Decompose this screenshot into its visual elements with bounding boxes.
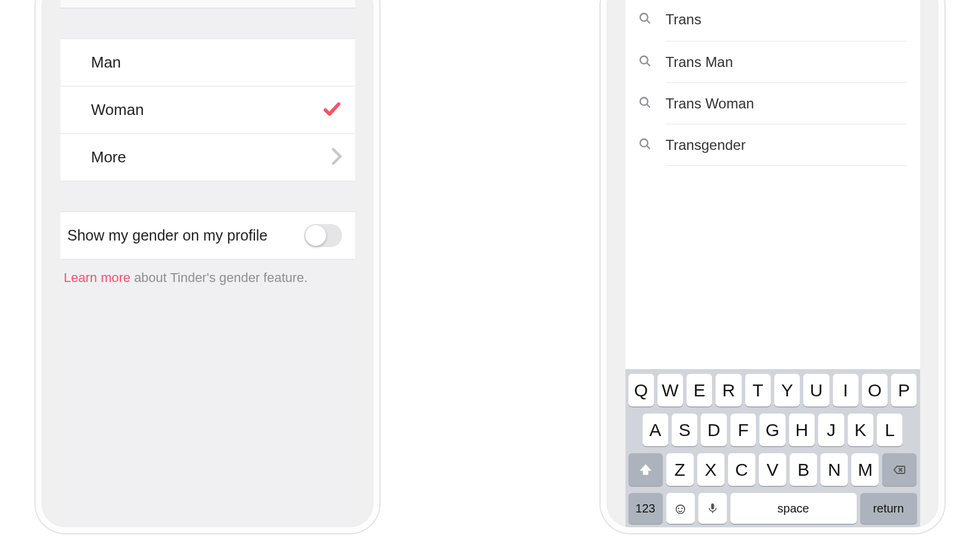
key-b[interactable]: B	[790, 453, 817, 486]
option-woman[interactable]: Woman	[60, 87, 355, 134]
return-key[interactable]: return	[860, 493, 917, 524]
phone-right: Cancel Trans Trans Man Trans Woman Tra	[601, 0, 944, 533]
space-key[interactable]: space	[730, 493, 857, 524]
key-o[interactable]: O	[862, 374, 888, 406]
search-icon	[639, 137, 652, 153]
search-result[interactable]: Trans Woman	[625, 83, 920, 124]
search-icon	[639, 12, 652, 27]
key-f[interactable]: F	[730, 414, 756, 446]
footer-rest: about Tinder's gender feature.	[130, 270, 308, 285]
search-result[interactable]: Trans Man	[625, 41, 920, 83]
screen-left: I Am Done Man Woman More S	[60, 0, 355, 527]
kb-row-2: A S D F G H J K L	[628, 414, 917, 446]
toggle-knob	[305, 225, 326, 246]
key-j[interactable]: J	[818, 414, 844, 446]
svg-point-4	[640, 56, 647, 64]
key-n[interactable]: N	[821, 453, 848, 486]
phone-left: I Am Done Man Woman More S	[36, 0, 379, 533]
key-v[interactable]: V	[759, 453, 786, 486]
key-d[interactable]: D	[701, 414, 726, 446]
kb-row-3: Z X C V B N M	[628, 453, 917, 486]
show-gender-row: Show my gender on my profile	[60, 212, 355, 260]
key-h[interactable]: H	[789, 414, 815, 446]
option-label: More	[91, 148, 126, 166]
mic-key[interactable]	[698, 493, 727, 524]
result-label: Trans Woman	[666, 95, 754, 112]
keyboard: Q W E R T Y U I O P A S D F G H	[625, 369, 920, 527]
svg-point-6	[640, 98, 647, 105]
key-w[interactable]: W	[657, 374, 683, 406]
search-icon	[639, 55, 652, 70]
learn-more-link[interactable]: Learn more	[64, 270, 131, 285]
key-q[interactable]: Q	[628, 374, 654, 406]
section-spacer	[60, 181, 355, 212]
search-icon	[639, 96, 652, 111]
section-spacer	[60, 8, 355, 39]
numbers-key[interactable]: 123	[628, 493, 663, 524]
option-more[interactable]: More	[60, 134, 355, 181]
kb-row-4: 123 ☺ space return	[628, 493, 917, 524]
key-x[interactable]: X	[697, 453, 724, 486]
footer-note: Learn more about Tinder's gender feature…	[60, 260, 355, 296]
key-t[interactable]: T	[745, 374, 771, 406]
key-i[interactable]: I	[833, 374, 858, 406]
key-r[interactable]: R	[716, 374, 741, 406]
key-l[interactable]: L	[877, 414, 902, 446]
kb-row-1: Q W E R T Y U I O P	[628, 374, 917, 406]
device-frame: I Am Done Man Woman More S	[36, 0, 379, 533]
key-u[interactable]: U	[803, 374, 829, 406]
key-p[interactable]: P	[891, 374, 917, 406]
key-e[interactable]: E	[687, 374, 712, 406]
option-label: Man	[91, 53, 122, 72]
svg-line-7	[646, 104, 650, 108]
result-label: Trans	[666, 11, 701, 28]
key-a[interactable]: A	[643, 414, 668, 446]
shift-key[interactable]	[628, 453, 663, 486]
show-gender-toggle[interactable]	[304, 224, 342, 247]
result-label: Transgender	[666, 137, 746, 153]
key-g[interactable]: G	[759, 414, 785, 446]
search-result[interactable]: Trans	[625, 0, 920, 41]
option-man[interactable]: Man	[60, 39, 355, 87]
key-s[interactable]: S	[672, 414, 697, 446]
checkmark-icon	[322, 99, 342, 121]
key-k[interactable]: K	[848, 414, 873, 446]
svg-point-2	[640, 14, 647, 21]
screen-right: Cancel Trans Trans Man Trans Woman Tra	[625, 0, 920, 527]
key-z[interactable]: Z	[666, 453, 694, 486]
backspace-key[interactable]	[882, 453, 917, 486]
result-label: Trans Man	[666, 54, 733, 71]
toggle-label: Show my gender on my profile	[68, 227, 268, 244]
option-label: Woman	[91, 101, 144, 119]
search-result[interactable]: Transgender	[625, 124, 920, 166]
chevron-right-icon	[331, 148, 342, 168]
key-m[interactable]: M	[851, 453, 879, 486]
key-y[interactable]: Y	[774, 374, 800, 406]
key-c[interactable]: C	[728, 453, 755, 486]
search-results: Trans Trans Man Trans Woman Transgender	[625, 0, 920, 166]
svg-line-5	[646, 63, 650, 66]
emoji-key[interactable]: ☺	[666, 493, 695, 524]
svg-rect-12	[711, 504, 714, 510]
navbar: I Am Done	[60, 0, 355, 8]
svg-point-8	[640, 139, 647, 147]
device-frame: Cancel Trans Trans Man Trans Woman Tra	[601, 0, 944, 533]
svg-line-9	[646, 146, 650, 149]
svg-line-3	[646, 20, 650, 24]
